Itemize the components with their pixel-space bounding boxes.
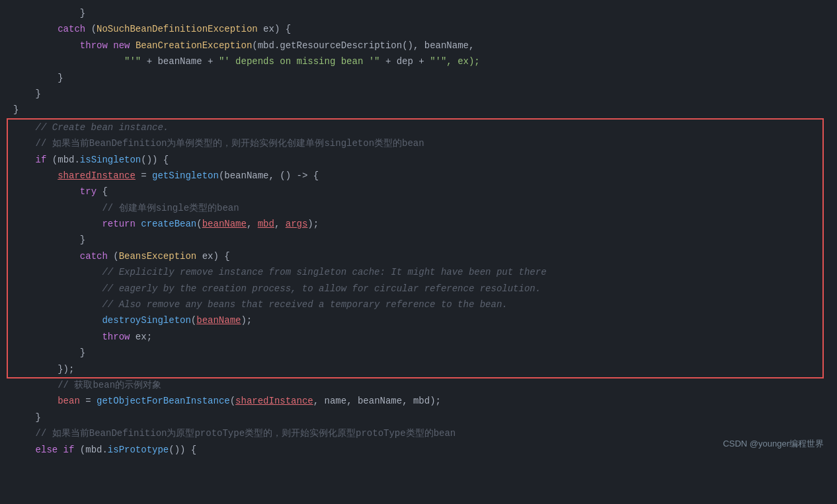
code-editor: } catch (NoSuchBeanDefinitionException e… (0, 0, 837, 463)
code-line: throw ex; (0, 329, 837, 345)
code-line: // 如果当前BeanDefinition为单例类型的，则开始实例化创建单例si… (0, 135, 837, 151)
code-line: } (0, 102, 837, 118)
code-line: } (0, 232, 837, 248)
code-line: } (0, 70, 837, 86)
code-line: catch (BeansException ex) { (0, 248, 837, 264)
code-line: // 如果当前BeanDefinition为原型protoType类型的，则开始… (0, 425, 837, 441)
code-line: // Also remove any beans that received a… (0, 297, 837, 312)
code-line: // Create bean instance. (0, 120, 837, 135)
code-line: // 创建单例single类型的bean (0, 200, 837, 216)
code-line: if (mbd.isSingleton()) { (0, 152, 837, 168)
csdn-watermark: CSDN @younger编程世界 (723, 438, 824, 450)
code-line: "'" + beanName + "' depends on missing b… (0, 54, 837, 69)
code-line: // eagerly by the creation process, to a… (0, 281, 837, 297)
code-line: // 获取bean的示例对象 (0, 377, 837, 393)
code-line: } (0, 86, 837, 102)
code-line: destroySingleton(beanName); (0, 312, 837, 328)
code-line: } (0, 410, 837, 425)
code-line: return createBean(beanName, mbd, args); (0, 216, 837, 232)
code-line: else if (mbd.isPrototype()) { (0, 442, 837, 458)
code-line: // Explicitly remove instance from singl… (0, 264, 837, 280)
code-line: sharedInstance = getSingleton(beanName, … (0, 168, 837, 184)
code-line: catch (NoSuchBeanDefinitionException ex)… (0, 21, 837, 37)
code-line: } (0, 5, 837, 21)
code-line: } (0, 345, 837, 361)
code-line: throw new BeanCreationException(mbd.getR… (0, 38, 837, 54)
code-line: try { (0, 184, 837, 199)
code-line: }); (0, 361, 837, 377)
code-line: bean = getObjectForBeanInstance(sharedIn… (0, 393, 837, 409)
